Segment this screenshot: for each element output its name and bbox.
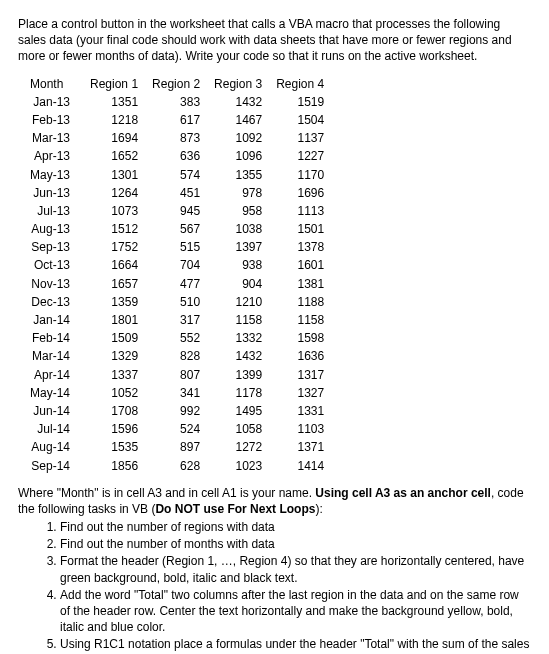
- cell-value: 828: [148, 347, 210, 365]
- table-row: Jun-1312644519781696: [26, 184, 334, 202]
- table-row: May-13130157413551170: [26, 166, 334, 184]
- cell-value: 704: [148, 256, 210, 274]
- cell-value: 1495: [210, 402, 272, 420]
- cell-value: 978: [210, 184, 272, 202]
- cell-value: 1708: [86, 402, 148, 420]
- cell-value: 1329: [86, 347, 148, 365]
- cell-month: Apr-14: [26, 366, 86, 384]
- cell-value: 1399: [210, 366, 272, 384]
- table-row: May-14105234111781327: [26, 384, 334, 402]
- cell-value: 567: [148, 220, 210, 238]
- task-item-1: Find out the number of regions with data: [60, 519, 531, 535]
- cell-value: 1264: [86, 184, 148, 202]
- cell-value: 897: [148, 438, 210, 456]
- cell-month: Sep-13: [26, 238, 86, 256]
- cell-value: 1355: [210, 166, 272, 184]
- outro-bold-noloops: Do NOT use For Next Loops: [155, 502, 315, 516]
- cell-value: 1696: [272, 184, 334, 202]
- cell-value: 383: [148, 93, 210, 111]
- cell-value: 1512: [86, 220, 148, 238]
- table-row: Nov-1316574779041381: [26, 275, 334, 293]
- table-row: Apr-13165263610961227: [26, 147, 334, 165]
- cell-value: 1351: [86, 93, 148, 111]
- table-row: Mar-13169487310921137: [26, 129, 334, 147]
- cell-value: 628: [148, 457, 210, 475]
- cell-month: Feb-14: [26, 329, 86, 347]
- cell-value: 1519: [272, 93, 334, 111]
- header-region1: Region 1: [86, 75, 148, 93]
- cell-value: 1509: [86, 329, 148, 347]
- cell-value: 1073: [86, 202, 148, 220]
- cell-value: 938: [210, 256, 272, 274]
- outro-bold-anchor: Using cell A3 as an anchor cell: [315, 486, 491, 500]
- cell-value: 1432: [210, 347, 272, 365]
- cell-value: 1601: [272, 256, 334, 274]
- header-region4: Region 4: [272, 75, 334, 93]
- cell-value: 1178: [210, 384, 272, 402]
- cell-value: 904: [210, 275, 272, 293]
- cell-month: Jun-14: [26, 402, 86, 420]
- table-row: Jan-14180131711581158: [26, 311, 334, 329]
- cell-value: 636: [148, 147, 210, 165]
- table-row: Jul-1310739459581113: [26, 202, 334, 220]
- cell-value: 1317: [272, 366, 334, 384]
- cell-value: 1158: [272, 311, 334, 329]
- cell-value: 1371: [272, 438, 334, 456]
- cell-value: 958: [210, 202, 272, 220]
- cell-value: 1137: [272, 129, 334, 147]
- cell-value: 1103: [272, 420, 334, 438]
- cell-value: 1657: [86, 275, 148, 293]
- cell-value: 451: [148, 184, 210, 202]
- cell-value: 1596: [86, 420, 148, 438]
- cell-value: 945: [148, 202, 210, 220]
- cell-month: May-13: [26, 166, 86, 184]
- cell-value: 1301: [86, 166, 148, 184]
- cell-value: 1467: [210, 111, 272, 129]
- cell-month: May-14: [26, 384, 86, 402]
- cell-value: 1636: [272, 347, 334, 365]
- cell-value: 617: [148, 111, 210, 129]
- cell-value: 1096: [210, 147, 272, 165]
- cell-month: Jul-14: [26, 420, 86, 438]
- task-item-3: Format the header (Region 1, …, Region 4…: [60, 553, 531, 585]
- cell-value: 1092: [210, 129, 272, 147]
- table-row: Mar-14132982814321636: [26, 347, 334, 365]
- cell-value: 477: [148, 275, 210, 293]
- cell-value: 1432: [210, 93, 272, 111]
- header-region2: Region 2: [148, 75, 210, 93]
- cell-value: 1218: [86, 111, 148, 129]
- task-item-4: Add the word "Total" two columns after t…: [60, 587, 531, 636]
- task-list: Find out the number of regions with data…: [18, 519, 531, 654]
- cell-value: 552: [148, 329, 210, 347]
- table-row: Jun-14170899214951331: [26, 402, 334, 420]
- table-row: Sep-13175251513971378: [26, 238, 334, 256]
- table-row: Sep-14185662810231414: [26, 457, 334, 475]
- cell-value: 1023: [210, 457, 272, 475]
- cell-month: Sep-14: [26, 457, 86, 475]
- cell-value: 1664: [86, 256, 148, 274]
- task-item-5: Using R1C1 notation place a formulas und…: [60, 636, 531, 654]
- table-row: Apr-14133780713991317: [26, 366, 334, 384]
- cell-value: 574: [148, 166, 210, 184]
- outro-text: Where "Month" is in cell A3 and in cell …: [18, 486, 315, 500]
- cell-value: 515: [148, 238, 210, 256]
- cell-month: Dec-13: [26, 293, 86, 311]
- cell-value: 1535: [86, 438, 148, 456]
- cell-value: 1652: [86, 147, 148, 165]
- intro-paragraph: Place a control button in the worksheet …: [18, 16, 531, 65]
- cell-value: 1038: [210, 220, 272, 238]
- table-row: Jul-14159652410581103: [26, 420, 334, 438]
- cell-value: 1337: [86, 366, 148, 384]
- table-row: Dec-13135951012101188: [26, 293, 334, 311]
- cell-value: 1227: [272, 147, 334, 165]
- table-header-row: Month Region 1 Region 2 Region 3 Region …: [26, 75, 334, 93]
- cell-value: 1272: [210, 438, 272, 456]
- cell-value: 524: [148, 420, 210, 438]
- cell-month: Jan-13: [26, 93, 86, 111]
- cell-month: Nov-13: [26, 275, 86, 293]
- cell-month: Feb-13: [26, 111, 86, 129]
- cell-value: 1158: [210, 311, 272, 329]
- outro-paragraph: Where "Month" is in cell A3 and in cell …: [18, 485, 531, 517]
- cell-value: 873: [148, 129, 210, 147]
- sales-data-table: Month Region 1 Region 2 Region 3 Region …: [26, 75, 334, 475]
